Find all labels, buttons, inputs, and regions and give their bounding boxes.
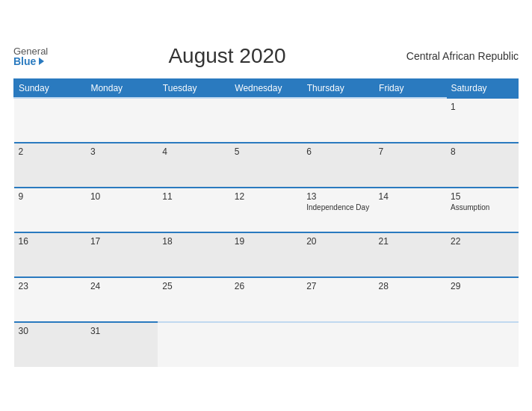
logo: General Blue [13,46,48,67]
calendar-cell: 18 [158,232,229,277]
calendar-cell [14,98,86,143]
calendar-cell: 31 [86,322,158,367]
calendar-cell: 16 [14,232,86,277]
weekday-header-row: SundayMondayTuesdayWednesdayThursdayFrid… [14,79,519,99]
day-number: 23 [19,281,81,291]
calendar-table: SundayMondayTuesdayWednesdayThursdayFrid… [13,78,519,367]
calendar-title: August 2020 [48,44,406,68]
calendar-cell: 27 [302,277,374,322]
calendar-week-row: 3031 [14,322,519,367]
logo-triangle-icon [39,58,44,65]
holiday-name: Independence Day [306,203,369,212]
day-number: 26 [235,281,297,291]
calendar-cell [302,98,374,143]
calendar-cell: 11 [158,188,229,232]
calendar-cell [230,98,302,143]
calendar-cell: 12 [230,188,302,232]
calendar-week-row: 16171819202122 [14,232,519,277]
day-number: 1 [451,102,513,112]
day-number: 18 [162,236,225,247]
day-number: 4 [162,146,225,157]
day-number: 22 [451,236,513,247]
calendar-cell: 19 [230,232,302,277]
day-number: 13 [306,191,369,202]
weekday-header-saturday: Saturday [446,79,518,99]
weekday-header-thursday: Thursday [302,79,374,99]
calendar-cell: 1 [446,98,518,143]
weekday-header-monday: Monday [86,79,158,99]
day-number: 6 [306,146,369,157]
logo-blue-text: Blue [13,56,44,67]
day-number: 17 [90,236,153,247]
day-number: 31 [90,326,153,336]
day-number: 21 [379,236,442,247]
calendar-cell: 29 [446,277,518,322]
calendar-cell: 25 [158,277,229,322]
weekday-header-tuesday: Tuesday [158,79,229,99]
day-number: 27 [306,281,369,291]
calendar-cell [158,98,229,143]
day-number: 20 [306,236,369,247]
calendar-week-row: 23242526272829 [14,277,519,322]
calendar-cell: 24 [86,277,158,322]
calendar-cell [86,98,158,143]
day-number: 28 [379,281,442,291]
calendar-cell [230,322,302,367]
day-number: 30 [19,326,81,336]
calendar-cell [374,98,446,143]
calendar-week-row: 1 [14,98,519,143]
calendar-cell: 9 [14,188,86,232]
day-number: 19 [235,236,297,247]
day-number: 5 [235,146,297,157]
weekday-header-sunday: Sunday [14,79,86,99]
calendar-cell: 2 [14,143,86,188]
day-number: 14 [379,191,442,202]
day-number: 8 [451,146,513,157]
calendar-cell: 5 [230,143,302,188]
calendar-cell: 20 [302,232,374,277]
calendar-cell: 17 [86,232,158,277]
calendar-week-row: 2345678 [14,143,519,188]
calendar-cell: 21 [374,232,446,277]
country-name: Central African Republic [406,50,519,62]
logo-general-text: General [13,46,48,56]
day-number: 15 [451,191,513,202]
weekday-header-wednesday: Wednesday [230,79,302,99]
calendar-cell: 8 [446,143,518,188]
day-number: 12 [235,191,297,202]
calendar-cell: 28 [374,277,446,322]
day-number: 25 [162,281,225,291]
calendar-cell: 23 [14,277,86,322]
weekday-header-friday: Friday [374,79,446,99]
day-number: 3 [90,146,153,157]
calendar-cell: 30 [14,322,86,367]
day-number: 11 [162,191,225,202]
day-number: 24 [90,281,153,291]
day-number: 10 [90,191,153,202]
day-number: 29 [451,281,513,291]
calendar-cell: 22 [446,232,518,277]
holiday-name: Assumption [451,203,513,212]
calendar-cell: 10 [86,188,158,232]
day-number: 2 [19,146,81,157]
calendar-cell: 26 [230,277,302,322]
calendar-cell: 6 [302,143,374,188]
calendar-cell [158,322,229,367]
calendar-cell [302,322,374,367]
calendar-cell: 14 [374,188,446,232]
calendar-cell [446,322,518,367]
calendar-cell: 4 [158,143,229,188]
day-number: 9 [19,191,81,202]
calendar-cell: 7 [374,143,446,188]
calendar-wrapper: General Blue August 2020 Central African… [0,31,532,380]
calendar-cell: 13Independence Day [302,188,374,232]
calendar-week-row: 910111213Independence Day1415Assumption [14,188,519,232]
calendar-cell [374,322,446,367]
day-number: 16 [19,236,81,247]
day-number: 7 [379,146,442,157]
calendar-header: General Blue August 2020 Central African… [13,44,519,68]
calendar-cell: 15Assumption [446,188,518,232]
calendar-cell: 3 [86,143,158,188]
